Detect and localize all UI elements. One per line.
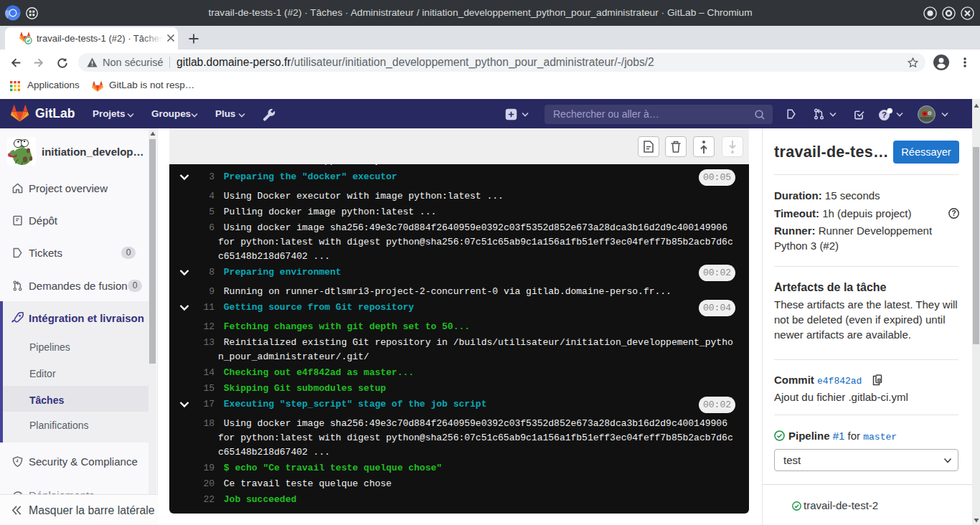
svg-text:?: ? xyxy=(951,209,956,217)
svg-text:?: ? xyxy=(882,110,887,119)
